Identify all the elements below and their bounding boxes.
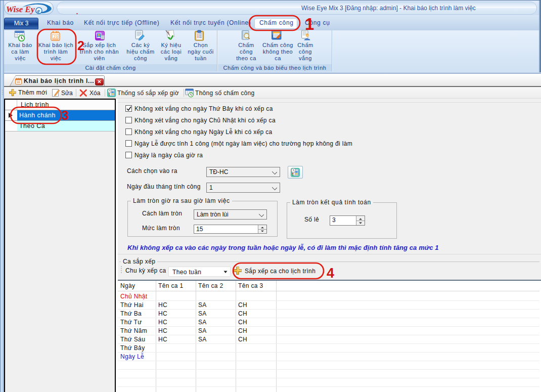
svg-text:2: 2 xyxy=(77,38,84,53)
svg-text:4: 4 xyxy=(327,266,334,281)
svg-text:3: 3 xyxy=(62,108,69,122)
svg-text:1: 1 xyxy=(305,15,314,33)
